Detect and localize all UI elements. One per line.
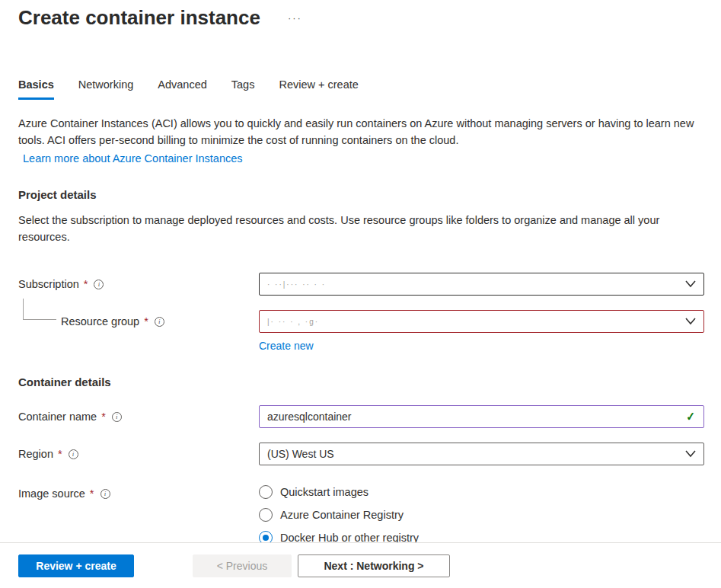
image-source-radio-group: Quickstart images Azure Container Regist… bbox=[259, 482, 704, 545]
region-dropdown[interactable]: (US) West US bbox=[259, 443, 704, 465]
page-title: Create container instance bbox=[18, 6, 260, 30]
subscription-input-area: · ··|··· ·· · · bbox=[259, 273, 704, 296]
radio-icon[interactable] bbox=[259, 485, 273, 499]
chevron-down-icon bbox=[685, 280, 696, 288]
container-name-label-text: Container name bbox=[18, 411, 97, 423]
tab-basics[interactable]: Basics bbox=[18, 78, 54, 100]
subscription-label-text: Subscription bbox=[18, 278, 79, 290]
project-details-heading: Project details bbox=[18, 188, 704, 201]
resource-group-dropdown[interactable]: |· ·· · , ·g· bbox=[259, 310, 704, 333]
learn-more-link[interactable]: Learn more about Azure Container Instanc… bbox=[18, 152, 243, 165]
container-name-input[interactable]: azuresqlcontainer ✓ bbox=[259, 405, 704, 428]
region-input-area: (US) West US bbox=[259, 443, 704, 465]
previous-button[interactable]: < Previous bbox=[193, 554, 292, 577]
indent-connector-line bbox=[23, 299, 56, 320]
region-value: (US) West US bbox=[267, 448, 334, 460]
create-container-instance-page: Create container instance ··· Basics Net… bbox=[0, 0, 721, 588]
subscription-label: Subscription * i bbox=[18, 273, 259, 290]
radio-quickstart-images[interactable]: Quickstart images bbox=[259, 485, 704, 499]
next-networking-button[interactable]: Next : Networking > bbox=[298, 554, 450, 577]
title-row: Create container instance ··· bbox=[18, 6, 704, 30]
footer-action-bar: Review + create < Previous Next : Networ… bbox=[0, 542, 721, 588]
create-new-link[interactable]: Create new bbox=[259, 340, 314, 352]
info-icon[interactable]: i bbox=[94, 280, 104, 289]
tab-networking[interactable]: Networking bbox=[78, 78, 134, 100]
required-asterisk: * bbox=[58, 448, 62, 460]
subscription-row: Subscription * i · ··|··· ·· · · bbox=[18, 273, 704, 296]
tab-review-create[interactable]: Review + create bbox=[279, 78, 358, 100]
container-name-row: Container name * i azuresqlcontainer ✓ bbox=[18, 405, 704, 428]
info-icon[interactable]: i bbox=[100, 489, 110, 499]
tab-advanced[interactable]: Advanced bbox=[158, 78, 207, 100]
required-asterisk: * bbox=[90, 487, 94, 500]
container-name-value: azuresqlcontainer bbox=[267, 411, 352, 423]
intro-text: Azure Container Instances (ACI) allows y… bbox=[18, 115, 704, 149]
resource-group-input-area: |· ·· · , ·g· Create new bbox=[259, 310, 704, 353]
page-content: Create container instance ··· Basics Net… bbox=[0, 0, 721, 545]
resource-group-row: Resource group * i |· ·· · , ·g· Create … bbox=[18, 310, 704, 353]
image-source-label: Image source * i bbox=[18, 482, 259, 500]
radio-azure-container-registry[interactable]: Azure Container Registry bbox=[259, 508, 704, 522]
required-asterisk: * bbox=[84, 278, 88, 290]
chevron-down-icon bbox=[685, 318, 696, 325]
project-details-description: Select the subscription to manage deploy… bbox=[18, 212, 704, 245]
required-asterisk: * bbox=[144, 315, 148, 328]
container-name-input-area: azuresqlcontainer ✓ bbox=[259, 405, 704, 428]
region-row: Region * i (US) West US bbox=[18, 443, 704, 465]
container-details-heading: Container details bbox=[18, 375, 704, 388]
region-label-text: Region bbox=[18, 448, 53, 460]
subscription-dropdown[interactable]: · ··|··· ·· · · bbox=[259, 273, 704, 296]
tab-tags[interactable]: Tags bbox=[231, 78, 255, 100]
radio-icon[interactable] bbox=[259, 508, 273, 522]
required-asterisk: * bbox=[101, 411, 106, 423]
review-create-button[interactable]: Review + create bbox=[18, 554, 134, 577]
info-icon[interactable]: i bbox=[112, 412, 122, 422]
more-options-icon[interactable]: ··· bbox=[288, 12, 302, 24]
wizard-tabs: Basics Networking Advanced Tags Review +… bbox=[18, 78, 704, 100]
info-icon[interactable]: i bbox=[155, 317, 164, 327]
resource-group-label-text: Resource group bbox=[61, 315, 139, 328]
subscription-value: · ··|··· ·· · · bbox=[267, 280, 326, 289]
region-label: Region * i bbox=[18, 443, 259, 460]
chevron-down-icon bbox=[685, 450, 696, 458]
container-name-label: Container name * i bbox=[18, 405, 259, 423]
radio-label: Azure Container Registry bbox=[280, 509, 404, 521]
image-source-label-text: Image source bbox=[18, 487, 85, 500]
image-source-row: Image source * i Quickstart images Azure… bbox=[18, 482, 704, 545]
resource-group-value: |· ·· · , ·g· bbox=[267, 318, 319, 326]
info-icon[interactable]: i bbox=[69, 449, 78, 459]
radio-label: Quickstart images bbox=[280, 486, 368, 498]
valid-check-icon: ✓ bbox=[686, 409, 697, 423]
